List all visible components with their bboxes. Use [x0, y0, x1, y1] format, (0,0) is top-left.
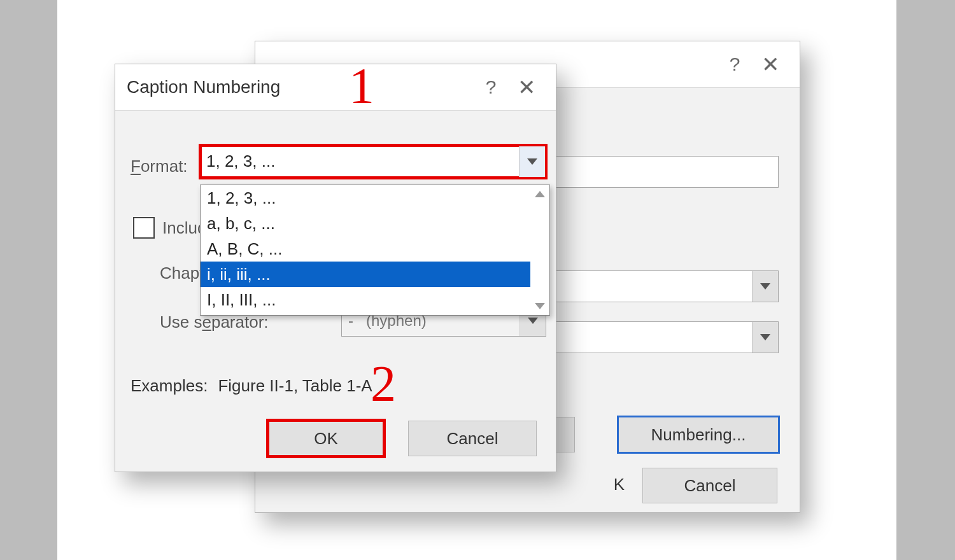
examples-row: Examples: Figure II-1, Table 1-A	[131, 376, 372, 396]
annotation-1: 1	[349, 57, 374, 115]
dialog-titlebar: Caption Numbering ? ✕	[115, 64, 556, 111]
format-combo[interactable]: 1, 2, 3, ...	[201, 146, 546, 178]
ok-button-partial[interactable]: K	[478, 469, 631, 500]
format-option[interactable]: a, b, c, ...	[201, 211, 530, 236]
cancel-button[interactable]: Cancel	[642, 468, 777, 503]
help-icon[interactable]: ?	[717, 46, 753, 82]
close-icon[interactable]: ✕	[509, 69, 544, 105]
button-label: K	[614, 475, 625, 494]
format-label: Format:	[131, 157, 188, 176]
close-icon[interactable]: ✕	[753, 46, 788, 82]
format-value: 1, 2, 3, ...	[206, 151, 275, 171]
button-label: OK	[314, 429, 338, 449]
format-option[interactable]: A, B, C, ...	[201, 236, 530, 262]
help-icon[interactable]: ?	[473, 69, 509, 105]
numbering-button[interactable]: Numbering...	[618, 417, 779, 452]
cancel-button[interactable]: Cancel	[408, 421, 537, 456]
examples-value: Figure II-1, Table 1-A	[218, 376, 372, 396]
chevron-down-icon[interactable]	[752, 322, 778, 353]
scroll-down-icon[interactable]	[530, 297, 549, 315]
examples-label: Examples:	[131, 376, 208, 396]
include-chapter-checkbox[interactable]	[133, 217, 155, 239]
format-label-row: Format:	[131, 157, 188, 176]
annotation-2: 2	[371, 355, 396, 413]
chapter-style-label: Chapt	[160, 263, 204, 283]
scroll-up-icon[interactable]	[530, 185, 549, 203]
chevron-down-icon[interactable]	[752, 271, 778, 302]
button-label: Numbering...	[651, 425, 746, 445]
button-label: Cancel	[447, 429, 499, 449]
button-label: Cancel	[684, 476, 736, 496]
format-option[interactable]: I, II, III, ...	[201, 287, 530, 312]
format-dropdown-list[interactable]: 1, 2, 3, ...a, b, c, ...A, B, C, ...i, i…	[200, 185, 550, 316]
ok-button[interactable]: OK	[268, 421, 384, 456]
format-option[interactable]: 1, 2, 3, ...	[201, 185, 530, 211]
format-option[interactable]: i, ii, iii, ...	[201, 262, 530, 287]
dialog-title: Caption Numbering	[127, 77, 473, 97]
chapter-style-row: Chapt	[160, 263, 204, 283]
chevron-down-icon[interactable]	[519, 146, 545, 177]
scrollbar[interactable]	[530, 185, 549, 315]
